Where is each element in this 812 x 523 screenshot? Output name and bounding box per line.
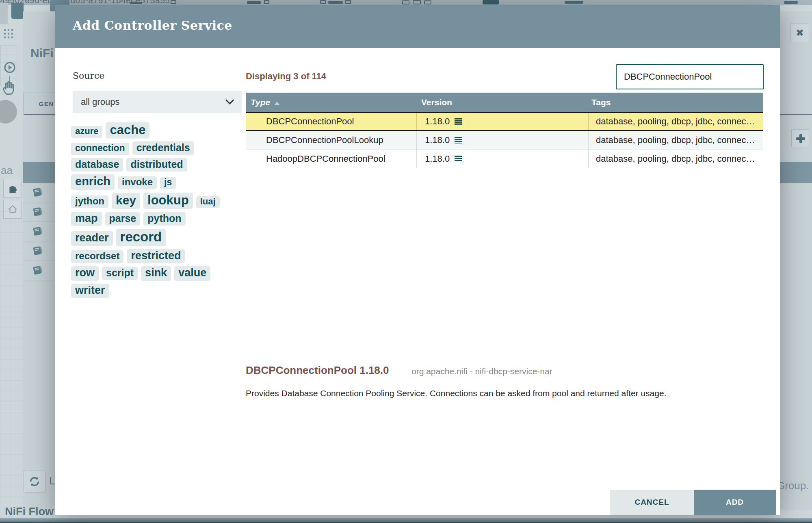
tag-chip[interactable]: row — [71, 266, 99, 280]
refresh-icon — [28, 475, 41, 488]
result-row-version: 1.18.0 — [416, 150, 588, 168]
toolbar-icon-fragment — [565, 1, 583, 4]
tag-chip[interactable]: distributed — [126, 158, 187, 171]
tag-chip[interactable]: lookup — [143, 193, 193, 209]
table-row[interactable]: DBCPConnectionPoolLookup1.18.0database, … — [246, 131, 763, 150]
dialog-title: Add Controller Service — [73, 18, 232, 33]
result-row-tags: database, pooling, dbcp, jdbc, connec… — [588, 150, 763, 168]
add-button[interactable]: ADD — [694, 490, 776, 515]
version-list-icon — [455, 118, 462, 125]
table-row[interactable]: DBCPConnectionPool1.18.0database, poolin… — [246, 112, 763, 131]
tag-chip[interactable]: key — [112, 193, 140, 209]
table-row[interactable]: HadoopDBCPConnectionPool1.18.0database, … — [246, 150, 763, 168]
source-dropdown[interactable]: all groups — [73, 91, 242, 113]
book-icon — [32, 226, 43, 237]
version-list-icon — [455, 156, 462, 162]
filter-types-input[interactable] — [616, 64, 764, 89]
sort-ascending-icon — [274, 102, 280, 105]
tag-chip[interactable]: connection — [71, 143, 129, 155]
tag-cloud-row: enrichinvokejs — [71, 173, 262, 191]
book-icon — [32, 245, 43, 256]
tag-chip[interactable]: parse — [105, 212, 141, 226]
tag-cloud-row: readerrecord — [71, 228, 262, 247]
droplet-icon — [0, 100, 17, 124]
tag-chip[interactable]: cache — [106, 122, 149, 139]
dialog-header: Add Controller Service — [55, 5, 780, 48]
result-row-type: HadoopDBCPConnectionPool — [246, 154, 416, 164]
tag-chip[interactable]: database — [71, 158, 123, 171]
tag-cloud-row: rowscriptsinkvalue — [71, 265, 262, 282]
toolbar-icon-fragment — [320, 0, 326, 4]
components-grid-icon — [3, 28, 14, 39]
result-row-version: 1.18.0 — [416, 113, 588, 130]
selected-type-description: Provides Database Connection Pooling Ser… — [246, 388, 749, 398]
home-button — [3, 200, 22, 219]
component-guid-text: 49502690-ed45-4d05-a791-1b4ece575a55 — [0, 0, 177, 5]
tag-cloud-row: jythonkeylookupluaj — [71, 191, 262, 210]
results-table: Type Version Tags DBCPConnectionPool1.18… — [246, 93, 763, 168]
tag-chip[interactable]: azure — [71, 126, 102, 138]
hand-tool-icon — [2, 80, 16, 96]
toolbar-icon-fragment — [413, 0, 421, 4]
tag-chip[interactable]: enrich — [71, 174, 115, 190]
toolbar-icon-fragment — [483, 0, 499, 4]
add-controller-service-dialog: Add Controller Service Source all groups… — [55, 5, 780, 515]
tag-cloud-row: connectioncredentials — [71, 140, 262, 156]
toolbar-icon-fragment — [784, 1, 798, 4]
tag-chip[interactable]: writer — [71, 284, 109, 298]
cancel-button[interactable]: CANCEL — [610, 490, 694, 515]
font-size-control: aa — [1, 164, 13, 177]
column-header-tags[interactable]: Tags — [588, 98, 763, 107]
nifi-app: 49502690-ed45-4d05-a791-1b4ece575a55 aa … — [0, 0, 812, 523]
tag-chip[interactable]: reader — [71, 231, 113, 245]
toolbar-icon-fragment — [345, 0, 351, 4]
close-icon: ✖ — [790, 24, 809, 42]
column-header-type[interactable]: Type — [246, 98, 416, 107]
tag-cloud-row: mapparsepython — [71, 211, 262, 227]
results-summary: Displaying 3 of 114 — [246, 71, 326, 82]
result-row-version: 1.18.0 — [416, 131, 588, 149]
group-text-fragment: Group. — [777, 480, 809, 492]
tag-chip[interactable]: script — [102, 267, 138, 280]
result-row-tags: database, pooling, dbcp, jdbc, connec… — [588, 113, 763, 130]
tag-chip[interactable]: python — [143, 212, 185, 226]
column-header-version[interactable]: Version — [416, 98, 588, 107]
results-table-header: Type Version Tags — [246, 93, 763, 112]
tag-chip[interactable]: luaj — [196, 196, 220, 208]
tag-chip[interactable]: map — [71, 212, 102, 226]
selected-type-title: DBCPConnectionPool 1.18.0 — [246, 364, 389, 377]
status-bar — [0, 518, 812, 523]
tag-chip[interactable]: record — [116, 229, 166, 246]
toolbar-icon-fragment — [171, 0, 176, 4]
book-icon — [32, 187, 43, 197]
tag-chip[interactable]: restricted — [127, 249, 185, 263]
book-icon — [32, 265, 43, 276]
book-icon — [32, 206, 43, 217]
result-row-tags: database, pooling, dbcp, jdbc, connec… — [588, 131, 763, 149]
source-label: Source — [73, 71, 104, 81]
tag-chip[interactable]: sink — [141, 266, 171, 280]
toolbar-icon-fragment — [424, 0, 431, 4]
result-row-type: DBCPConnectionPoolLookup — [246, 135, 416, 145]
chevron-down-icon — [225, 96, 234, 104]
nifi-logo-fragment — [11, 3, 24, 19]
toolbar-icon-fragment — [247, 1, 261, 4]
tag-chip[interactable]: jython — [71, 195, 108, 208]
selected-type-bundle: org.apache.nifi - nifi-dbcp-service-nar — [411, 367, 552, 376]
nifi-logo-fragment — [0, 3, 8, 24]
breadcrumb: NiFi Flow — [5, 506, 54, 518]
tag-chip[interactable]: invoke — [118, 176, 157, 189]
toolbar-icon-fragment — [264, 0, 269, 4]
tag-cloud-row: azurecache — [71, 121, 262, 140]
flow-canvas-grid — [0, 211, 23, 520]
add-service-plus-button — [791, 129, 809, 147]
tag-chip[interactable]: recordset — [71, 250, 123, 263]
tag-chip[interactable]: credentials — [132, 141, 194, 155]
navigate-circle-icon — [3, 61, 16, 74]
result-row-type: DBCPConnectionPool — [246, 116, 416, 127]
tag-chip[interactable]: js — [160, 177, 176, 189]
toolbar-icon-fragment — [328, 1, 343, 4]
tag-cloud-row: databasedistributed — [71, 157, 262, 173]
version-list-icon — [455, 137, 462, 143]
tag-chip[interactable]: value — [174, 266, 210, 280]
